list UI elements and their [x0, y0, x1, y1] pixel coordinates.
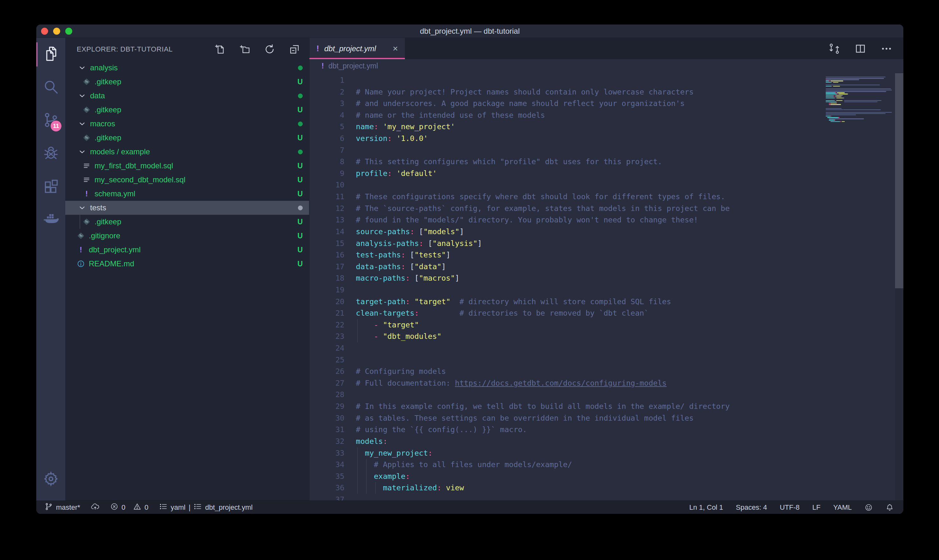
active-file-status: dbt_project.yml	[205, 503, 252, 512]
activity-extensions[interactable]	[36, 170, 65, 203]
line-number: 32	[309, 435, 345, 448]
tree-item-.gitkeep[interactable]: .gitkeepU	[65, 75, 309, 89]
split-editor-icon[interactable]	[854, 43, 867, 55]
tab-close-icon[interactable]: ×	[393, 44, 398, 53]
breadcrumb-file[interactable]: dbt_project.yml	[328, 62, 378, 70]
code-line-15: 15analysis-paths: ["analysis"]	[309, 238, 826, 249]
activity-source-control[interactable]: 11	[36, 104, 65, 137]
cursor-position[interactable]: Ln 1, Col 1	[689, 503, 723, 512]
git-branch-icon	[45, 502, 53, 512]
search-icon	[43, 78, 59, 96]
explorer-sidebar: EXPLORER: DBT-TUTORIAL analysis.gitkeepU…	[65, 38, 309, 500]
code-line-31: 31# using the `{{ config(...) }}` macro.	[309, 424, 826, 435]
activity-search[interactable]	[36, 71, 65, 104]
new-file-button[interactable]	[214, 44, 226, 55]
tree-item-label: .gitkeep	[94, 133, 121, 142]
activity-debug[interactable]	[36, 137, 65, 170]
more-actions-icon[interactable]	[881, 43, 893, 55]
line-number: 36	[309, 482, 345, 494]
git-file-icon	[82, 134, 91, 142]
bug-icon	[43, 145, 59, 163]
git-untracked-badge: U	[297, 162, 303, 170]
tree-item-my-second-dbt-model.sql[interactable]: my_second_dbt_model.sqlU	[65, 173, 309, 187]
indent-guide	[357, 319, 358, 331]
activity-bar: 11	[36, 38, 65, 500]
code-line-14: 14source-paths: ["models"]	[309, 226, 826, 238]
feedback-smiley-icon[interactable]	[865, 503, 873, 512]
git-untracked-badge: U	[297, 175, 303, 184]
line-number: 15	[309, 238, 345, 249]
tab-dbt-project-yml[interactable]: ! dbt_project.yml ×	[309, 38, 405, 59]
chevron-down-icon	[78, 92, 86, 100]
line-number: 13	[309, 214, 345, 226]
tree-item-label: my_first_dbt_model.sql	[94, 161, 173, 170]
git-untracked-badge: U	[297, 78, 303, 86]
indent-guide	[357, 448, 358, 459]
tree-item-.gitkeep[interactable]: .gitkeepU	[65, 131, 309, 145]
indent-guide	[366, 471, 367, 482]
tree-item-.gitignore[interactable]: .gitignoreU	[65, 229, 309, 243]
tree-item-label: data	[90, 91, 105, 100]
line-number: 30	[309, 412, 345, 424]
tree-item-analysis[interactable]: analysis	[65, 61, 309, 75]
git-status-dot	[298, 122, 303, 126]
tree-item-macros[interactable]: macros	[65, 117, 309, 131]
collapse-folders-button[interactable]	[289, 44, 300, 55]
sync-changes[interactable]	[91, 502, 99, 512]
line-number: 8	[309, 156, 345, 168]
open-changes-icon[interactable]	[828, 43, 840, 55]
tree-item-dbt-project.yml[interactable]: !dbt_project.ymlU	[65, 243, 309, 257]
code-line-34: 34 # Applies to all files under models/e…	[309, 459, 826, 471]
git-untracked-badge: U	[297, 106, 303, 114]
code-line-28: 28	[309, 389, 826, 401]
notifications-bell-icon[interactable]	[885, 503, 894, 512]
refresh-explorer-button[interactable]	[264, 44, 276, 55]
line-number: 21	[309, 308, 345, 319]
indentation-status[interactable]: Spaces: 4	[736, 503, 767, 512]
minimap[interactable]	[826, 75, 895, 500]
line-number: 29	[309, 401, 345, 412]
code-line-5: 5name: 'my_new_project'	[309, 121, 826, 133]
indent-guide	[366, 482, 367, 494]
tree-item-data[interactable]: data	[65, 89, 309, 103]
tree-item-schema.yml[interactable]: !schema.ymlU	[65, 187, 309, 201]
git-branch-status[interactable]: master*	[45, 502, 80, 512]
line-number: 35	[309, 471, 345, 482]
tree-item-models-example[interactable]: models / example	[65, 145, 309, 159]
problems-status[interactable]: 0 0	[110, 502, 149, 512]
activity-explorer[interactable]	[36, 38, 65, 71]
tree-item-readme.md[interactable]: README.mdU	[65, 257, 309, 271]
tree-item-.gitkeep[interactable]: .gitkeepU	[65, 215, 309, 229]
eol-status[interactable]: LF	[812, 503, 820, 512]
code-editor[interactable]: 12# Name your project! Project names sho…	[309, 72, 904, 500]
code-line-13: 13# found in the "models/" directory. Yo…	[309, 214, 826, 226]
sql-file-icon	[82, 175, 91, 184]
code-line-23: 23 - "dbt_modules"	[309, 331, 826, 342]
yaml-selector-status[interactable]: yaml | dbt_project.yml	[159, 502, 252, 512]
yaml-error-file-icon: !	[316, 44, 319, 54]
language-label: YAML	[833, 503, 852, 512]
new-folder-button[interactable]	[239, 44, 251, 55]
line-number: 3	[309, 98, 345, 109]
separator: |	[189, 503, 191, 512]
git-status-dot	[298, 149, 303, 154]
language-status[interactable]: YAML	[833, 503, 852, 512]
tree-item-label: macros	[90, 119, 115, 128]
tree-item-my-first-dbt-model.sql[interactable]: my_first_dbt_model.sqlU	[65, 159, 309, 173]
code-line-2: 2# Name your project! Project names shou…	[309, 86, 826, 98]
line-number: 5	[309, 121, 345, 133]
activity-settings[interactable]	[36, 463, 65, 496]
breadcrumb: ! dbt_project.yml	[309, 59, 904, 72]
line-number: 18	[309, 272, 345, 284]
activity-docker[interactable]	[36, 203, 65, 236]
code-line-11: 11# These configurations specify where d…	[309, 191, 826, 203]
code-line-25: 25	[309, 354, 826, 366]
scrollbar-thumb[interactable]	[895, 73, 904, 288]
scm-changes-badge: 11	[51, 121, 62, 131]
encoding-status[interactable]: UTF-8	[780, 503, 800, 512]
code-line-12: 12# The `source-paths` config, for examp…	[309, 203, 826, 214]
tree-item-tests[interactable]: tests	[65, 201, 309, 215]
code-line-19: 19	[309, 284, 826, 296]
tab-label: dbt_project.yml	[324, 44, 376, 53]
tree-item-.gitkeep[interactable]: .gitkeepU	[65, 103, 309, 117]
